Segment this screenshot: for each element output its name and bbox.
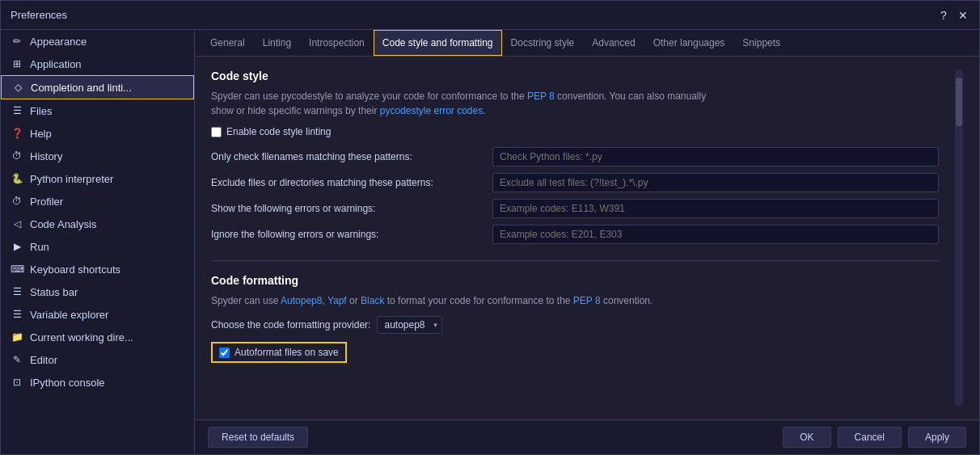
enable-linting-label: Enable code style linting <box>226 126 331 137</box>
sidebar-item-statusbar[interactable]: ☰ Status bar <box>1 280 194 303</box>
sidebar-item-label: Completion and linti... <box>31 82 132 94</box>
enable-linting-row: Enable code style linting <box>211 126 939 137</box>
autoformat-label: Autoformat files on save <box>234 347 339 358</box>
tab-introspection[interactable]: Introspection <box>300 30 374 56</box>
python-icon: 🐍 <box>11 172 23 185</box>
appearance-icon: ✏ <box>11 35 23 48</box>
pep8-link[interactable]: PEP 8 <box>527 91 555 102</box>
tab-linting[interactable]: Linting <box>254 30 300 56</box>
files-icon: ☰ <box>11 104 23 117</box>
pycodestyle-link[interactable]: pycodestyle error codes <box>380 105 483 116</box>
ignore-errors-input[interactable] <box>492 225 939 244</box>
profiler-icon: ⏱ <box>11 195 23 208</box>
tab-advanced[interactable]: Advanced <box>583 30 644 56</box>
sidebar-item-editor[interactable]: ✎ Editor <box>1 348 194 371</box>
ignore-errors-label: Ignore the following errors or warnings: <box>211 229 486 240</box>
sidebar-item-label: Python interpreter <box>30 173 113 185</box>
preferences-window: Preferences ? ✕ ✏ Appearance ⊞ Applicati… <box>0 0 980 455</box>
sidebar-item-label: Variable explorer <box>30 309 108 321</box>
footer-left: Reset to defaults <box>208 427 308 448</box>
show-errors-input[interactable] <box>492 199 939 218</box>
sidebar-item-label: Current working dire... <box>30 331 133 343</box>
tab-snippets[interactable]: Snippets <box>733 30 789 56</box>
sidebar-item-keyboard[interactable]: ⌨ Keyboard shortcuts <box>1 258 194 280</box>
black-link[interactable]: Black <box>361 295 384 306</box>
code-formatting-title: Code formatting <box>211 274 939 287</box>
patterns-include-input[interactable] <box>492 147 939 166</box>
sidebar-item-python[interactable]: 🐍 Python interpreter <box>1 167 194 190</box>
sidebar-item-ipython[interactable]: ⊡ IPython console <box>1 371 194 394</box>
sidebar-item-label: Keyboard shortcuts <box>30 263 120 276</box>
sidebar-item-label: Help <box>30 128 52 140</box>
footer-right: OK Cancel Apply <box>783 427 966 448</box>
sidebar-item-label: Application <box>30 58 82 70</box>
ok-button[interactable]: OK <box>783 427 830 448</box>
tabs-bar: General Linting Introspection Code style… <box>195 30 979 57</box>
sidebar-item-profiler[interactable]: ⏱ Profiler <box>1 190 194 213</box>
reset-defaults-button[interactable]: Reset to defaults <box>208 427 308 448</box>
help-button[interactable]: ? <box>937 9 950 22</box>
apply-button[interactable]: Apply <box>908 427 966 448</box>
content-main: Code style Spyder can use pycodestyle to… <box>211 70 939 407</box>
close-button[interactable]: ✕ <box>957 9 969 22</box>
yapf-link[interactable]: Yapf <box>327 295 347 306</box>
sidebar-item-help[interactable]: ❓ Help <box>1 122 194 145</box>
sidebar-item-run[interactable]: ▶ Run <box>1 235 194 258</box>
autoformat-highlighted-row: Autoformat files on save <box>211 342 939 363</box>
autoformat-checkbox-row: Autoformat files on save <box>211 342 347 363</box>
titlebar: Preferences ? ✕ <box>1 1 979 30</box>
sidebar-item-label: Editor <box>30 354 57 366</box>
statusbar-icon: ☰ <box>11 285 23 298</box>
sidebar-item-label: Run <box>30 241 49 253</box>
scrollbar-thumb <box>956 78 962 126</box>
provider-label: Choose the code formatting provider: <box>211 319 370 331</box>
show-errors-label: Show the following errors or warnings: <box>211 203 486 214</box>
autopep8-link[interactable]: Autopep8 <box>281 295 322 306</box>
tab-other-lang[interactable]: Other languages <box>644 30 734 56</box>
varexplorer-icon: ☰ <box>11 308 23 321</box>
tab-docstring[interactable]: Docstring style <box>502 30 584 56</box>
section-divider <box>211 260 939 261</box>
completion-icon: ◇ <box>11 81 24 94</box>
titlebar-actions: ? ✕ <box>937 9 969 22</box>
footer: Reset to defaults OK Cancel Apply <box>195 419 979 454</box>
sidebar-item-completion[interactable]: ◇ Completion and linti... <box>1 75 194 99</box>
application-icon: ⊞ <box>11 57 23 70</box>
autoformat-checkbox[interactable] <box>219 348 230 358</box>
provider-select-wrapper: autopep8 yapf black ▼ <box>377 316 442 334</box>
sidebar-item-label: Appearance <box>30 36 87 48</box>
sidebar-item-label: Profiler <box>30 196 63 208</box>
code-style-title: Code style <box>211 70 939 82</box>
show-errors-row: Show the following errors or warnings: <box>211 199 939 218</box>
sidebar-item-application[interactable]: ⊞ Application <box>1 53 194 75</box>
sidebar-item-history[interactable]: ⏱ History <box>1 145 194 167</box>
sidebar-item-appearance[interactable]: ✏ Appearance <box>1 30 194 53</box>
patterns-exclude-input[interactable] <box>492 173 939 192</box>
sidebar-item-codeanalysis[interactable]: ◁ Code Analysis <box>1 213 194 235</box>
sidebar-item-label: Status bar <box>30 286 78 298</box>
tab-code-style[interactable]: Code style and formatting <box>374 30 502 56</box>
sidebar: ✏ Appearance ⊞ Application ◇ Completion … <box>1 30 195 454</box>
code-formatting-section: Code formatting Spyder can use Autopep8,… <box>211 274 939 363</box>
run-icon: ▶ <box>11 240 23 253</box>
sidebar-item-cwd[interactable]: 📁 Current working dire... <box>1 326 194 348</box>
ipython-icon: ⊡ <box>11 376 23 389</box>
sidebar-item-files[interactable]: ☰ Files <box>1 99 194 122</box>
sidebar-item-label: History <box>30 150 62 162</box>
sidebar-item-label: IPython console <box>30 377 105 389</box>
patterns-include-row: Only check filenames matching these patt… <box>211 147 939 166</box>
provider-select[interactable]: autopep8 yapf black <box>377 316 442 334</box>
enable-linting-checkbox[interactable] <box>211 127 222 137</box>
sidebar-item-label: Files <box>30 105 52 117</box>
codeanalysis-icon: ◁ <box>11 217 23 230</box>
main-content: ✏ Appearance ⊞ Application ◇ Completion … <box>1 30 979 454</box>
keyboard-icon: ⌨ <box>11 263 23 276</box>
content-scrollbar[interactable] <box>955 70 963 407</box>
cancel-button[interactable]: Cancel <box>838 427 902 448</box>
ignore-errors-row: Ignore the following errors or warnings: <box>211 225 939 244</box>
tab-general[interactable]: General <box>201 30 254 56</box>
sidebar-item-varexplorer[interactable]: ☰ Variable explorer <box>1 303 194 326</box>
formatting-pep8-link[interactable]: PEP 8 <box>573 295 601 306</box>
provider-row: Choose the code formatting provider: aut… <box>211 316 939 334</box>
code-formatting-desc: Spyder can use Autopep8, Yapf or Black t… <box>211 293 939 308</box>
